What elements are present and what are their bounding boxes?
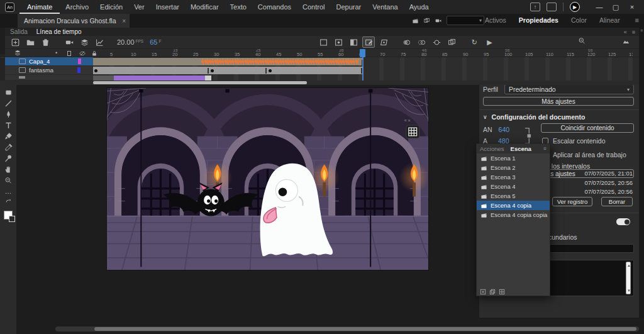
onion-skin-range-button[interactable] [430,36,443,48]
tab-output[interactable]: Salida [10,28,28,35]
workspace-icon[interactable] [547,3,557,11]
layer-color-chip[interactable] [78,58,81,64]
eyedropper-tool-icon[interactable] [3,143,14,152]
frame-span[interactable] [209,67,267,74]
insert-keyframe-button[interactable] [332,36,345,48]
hand-tool-icon[interactable] [3,165,14,174]
profile-select[interactable]: Predeterminado ▾ [504,84,634,94]
timeline-collapse-icon[interactable]: « [624,29,627,35]
width-value[interactable]: 640 [499,126,510,133]
frame-span[interactable] [93,58,363,65]
layer-row-capa4[interactable]: Capa_4 [5,57,93,66]
graph-editor-button[interactable] [93,36,106,48]
auto-keyframe-button[interactable] [362,36,375,48]
add-camera-button[interactable] [63,36,75,48]
menu-animate[interactable]: Animate [19,0,60,14]
advanced-layers-button[interactable] [78,36,91,48]
section-chevron-icon[interactable]: ∨ [483,114,487,120]
text-tool-icon[interactable] [3,121,14,130]
panel-tab-propiedades[interactable]: Propiedades [513,15,564,25]
share-icon[interactable]: ↑ [530,3,540,11]
rotate-tools-icon[interactable] [3,198,14,206]
view-log-button[interactable]: Ver registro [552,197,592,206]
timeline-zoom-out-icon[interactable] [578,36,586,45]
panel-tab-color[interactable]: Color [565,15,592,25]
toggle-switch[interactable] [616,218,630,225]
menu-item-control[interactable]: Control [297,0,330,14]
insert-frame-button[interactable] [317,36,330,48]
timeline-zoom-in-icon[interactable] [622,36,630,45]
panel-menu-icon[interactable]: ≡ [635,16,639,24]
scene-list-item[interactable]: Escena 4 [477,182,550,191]
window-close-button[interactable]: × [624,0,640,14]
timeline-horizontal-scrollbar[interactable] [93,81,307,84]
timeline-menu-icon[interactable]: ≡ [632,29,635,35]
show-all-layers-icon[interactable]: • [55,50,57,56]
layer-row-fantasma[interactable]: fantasma [5,66,93,75]
edit-symbols-icon[interactable] [423,17,430,24]
menu-item-insertar[interactable]: Insertar [150,0,185,14]
fill-color-swatch[interactable] [4,211,13,220]
stroke-color-swatch[interactable] [9,216,15,222]
brush-tool-icon[interactable] [3,132,14,140]
zoom-tool-icon[interactable] [3,176,14,184]
playhead[interactable] [360,49,365,57]
line-tool-icon[interactable] [3,99,14,108]
panel-tab-activos[interactable]: Activos [479,15,512,25]
delete-frame-button[interactable] [377,36,390,48]
stage[interactable]: « × [107,88,428,270]
loop-button[interactable]: ↻ [468,36,480,48]
more-tools-icon[interactable]: … [3,187,14,196]
canvas-area[interactable]: « × [16,85,479,318]
menu-item-edición[interactable]: Edición [94,0,128,14]
frame-span[interactable] [114,75,205,81]
frame-span[interactable] [267,67,363,74]
more-settings-button[interactable]: Más ajustes [483,97,634,106]
menu-item-archivo[interactable]: Archivo [60,0,94,14]
scene-list-item[interactable]: Escena 4 copia [477,201,550,210]
layer-row-partial[interactable] [5,75,93,81]
menu-item-depurar[interactable]: Depurar [331,0,367,14]
clear-button[interactable]: Borrar [601,197,633,206]
delete-scene-icon[interactable] [499,287,505,295]
duplicate-scene-icon[interactable] [489,287,496,295]
menu-item-modificar[interactable]: Modificar [185,0,225,14]
scene-list-item[interactable]: Escena 5 [477,191,550,201]
document-tab[interactable]: Animacion Dracula vs Ghost.fla × [18,14,130,28]
stage-zoom-dropdown[interactable]: ▾ [447,16,484,25]
textarea-scrollbar[interactable]: ▲▼ [626,262,631,294]
insert-blank-keyframe-button[interactable] [347,36,360,48]
play-button[interactable]: ▶ [483,36,496,48]
outline-column-icon[interactable] [67,51,71,56]
scene-list-item[interactable]: Escena 3 [477,172,550,182]
asset-warp-tool-icon[interactable] [3,154,14,162]
scene-list-item[interactable]: Escena 4 copia copia [477,210,550,220]
frames-track[interactable] [93,57,633,81]
fps-value[interactable]: 20.00 [117,38,135,46]
panel-tab-alinear[interactable]: Alinear [594,15,626,25]
onion-skin-button[interactable] [400,36,413,48]
add-scene-icon[interactable] [480,287,486,295]
camera-icon[interactable] [435,17,442,24]
scene-list-item[interactable]: Escena 2 [477,163,550,172]
canvas-horizontal-scrollbar[interactable] [55,326,639,331]
frame-span[interactable] [93,75,114,81]
rectangle-tool-icon[interactable] [3,88,14,96]
onion-skin-outline-button[interactable] [415,36,428,48]
current-frame-value[interactable]: 65 [150,38,157,46]
scene-list-item[interactable]: Escena 1 [477,153,550,163]
menu-item-ayuda[interactable]: Ayuda [404,0,435,14]
window-maximize-button[interactable]: ▢ [608,0,624,14]
document-tab-close-icon[interactable]: × [122,18,126,25]
menu-item-ventana[interactable]: Ventana [367,0,403,14]
hide-layers-icon[interactable] [79,50,86,57]
quick-share-icon[interactable]: ▶ [570,2,580,12]
timeline-ruler[interactable]: 5101520253035404550556065707580859095100… [93,49,633,58]
tab-scene[interactable]: Escena [511,145,531,152]
new-layer-button[interactable] [9,36,21,48]
tab-actions[interactable]: Acciones [480,145,504,152]
menu-item-comandos[interactable]: Comandos [252,0,297,14]
tab-timeline[interactable]: Línea de tiempo [36,28,82,35]
edit-scene-icon[interactable] [412,17,419,24]
layer-color-chip[interactable] [77,67,80,73]
